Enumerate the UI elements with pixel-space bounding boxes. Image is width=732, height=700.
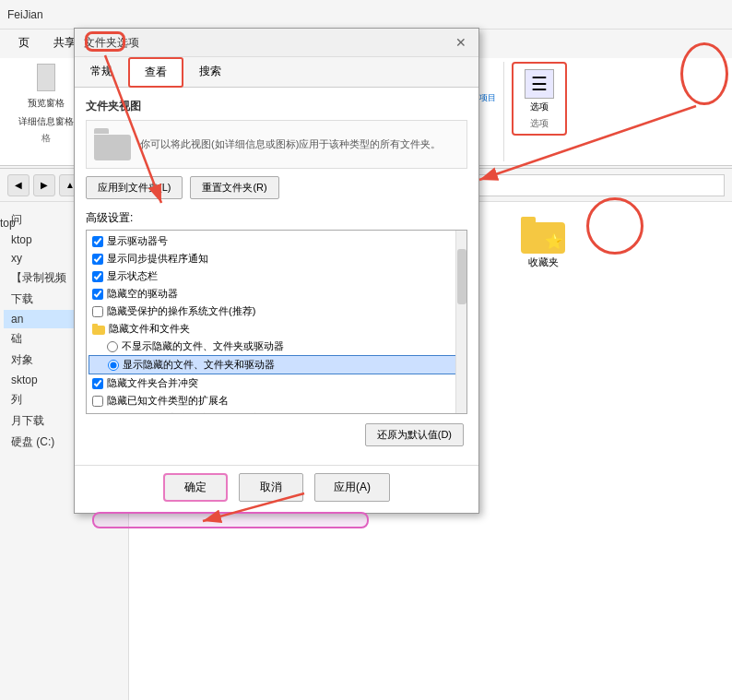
dialog-footer: 确定 取消 应用(A) bbox=[75, 465, 478, 513]
adv-item-6: 隐藏文件和文件夹 bbox=[89, 320, 465, 338]
apply-to-folder-btn[interactable]: 应用到文件夹(L) bbox=[86, 176, 183, 199]
group-label-options: 选项 bbox=[530, 117, 549, 130]
adv-item-7: 不显示隐藏的文件、文件夹或驱动器 bbox=[89, 338, 465, 355]
adv-item-3: 显示状态栏 bbox=[89, 267, 465, 285]
folder-options-dialog: 文件夹选项 ✕ 常规 查看 搜索 文件夹视图 你可以将此视图(如详细信息或图标)… bbox=[74, 28, 479, 514]
adv-item-10: 隐藏已知文件类型的扩展名 bbox=[89, 392, 465, 409]
tab-general[interactable]: 常规 bbox=[75, 57, 128, 87]
scrollbar[interactable] bbox=[455, 231, 466, 413]
cb-sync-notify[interactable] bbox=[92, 254, 103, 265]
dialog-tabs: 常规 查看 搜索 bbox=[75, 57, 478, 88]
options-btn[interactable]: ☰ 选项 bbox=[521, 67, 558, 115]
adv-item-9: 隐藏文件夹合并冲突 bbox=[89, 374, 465, 392]
tab-search[interactable]: 搜索 bbox=[183, 57, 237, 87]
preview-pane-label[interactable]: 预览窗格 bbox=[24, 95, 68, 112]
adv-item-2: 显示同步提供程序通知 bbox=[89, 250, 465, 267]
cb-status-bar[interactable] bbox=[92, 271, 103, 282]
cb-hide-system-files[interactable] bbox=[92, 306, 103, 317]
title-text: FeiJian bbox=[7, 8, 43, 21]
view-description: 你可以将此视图(如详细信息或图标)应用于该种类型的所有文件夹。 bbox=[140, 137, 441, 151]
preview-pane-btn[interactable] bbox=[33, 62, 59, 93]
group-label-preview: 格 bbox=[41, 132, 51, 145]
cb-hide-empty-drives[interactable] bbox=[92, 289, 103, 300]
view-buttons: 应用到文件夹(L) 重置文件夹(R) bbox=[86, 176, 467, 199]
adv-item-1: 显示驱动器号 bbox=[89, 232, 465, 250]
apply-btn[interactable]: 应用(A) bbox=[314, 473, 390, 502]
cb-merge-conflict[interactable] bbox=[92, 378, 103, 389]
dialog-close-btn[interactable]: ✕ bbox=[453, 34, 469, 51]
radio-show-hidden[interactable] bbox=[108, 360, 119, 371]
view-section-box: 你可以将此视图(如详细信息或图标)应用于该种类型的所有文件夹。 bbox=[86, 120, 467, 169]
reset-folder-btn[interactable]: 重置文件夹(R) bbox=[190, 176, 278, 199]
ok-btn[interactable]: 确定 bbox=[163, 473, 228, 502]
folder-icon-small bbox=[92, 324, 105, 335]
dialog-titlebar: 文件夹选项 ✕ bbox=[75, 29, 478, 57]
tab-view[interactable]: 查看 bbox=[128, 57, 183, 88]
dialog-body: 文件夹视图 你可以将此视图(如详细信息或图标)应用于该种类型的所有文件夹。 应用… bbox=[75, 88, 478, 465]
details-pane-label[interactable]: 详细信息窗格 bbox=[15, 113, 77, 130]
title-bar: FeiJian bbox=[0, 0, 732, 30]
folder-thumbnail bbox=[94, 128, 131, 160]
restore-defaults-btn[interactable]: 还原为默认值(D) bbox=[365, 423, 464, 446]
top-label: top bbox=[0, 217, 16, 230]
advanced-list[interactable]: 显示驱动器号 显示同步提供程序通知 显示状态栏 隐藏空的驱动器 隐藏受保护的操作… bbox=[86, 230, 467, 414]
cancel-btn[interactable]: 取消 bbox=[239, 473, 303, 502]
adv-item-4: 隐藏空的驱动器 bbox=[89, 285, 465, 303]
file-item-favorites[interactable]: ⭐ 收藏夹 bbox=[502, 213, 584, 278]
radio-dont-show-hidden[interactable] bbox=[107, 341, 118, 352]
preview-buttons bbox=[33, 62, 59, 93]
cb-hide-extensions[interactable] bbox=[92, 396, 103, 407]
cb-colorize-encrypted[interactable] bbox=[92, 413, 103, 415]
forward-btn[interactable]: ▶ bbox=[33, 174, 55, 196]
group-options: ☰ 选项 选项 bbox=[512, 62, 567, 136]
advanced-label: 高级设置: bbox=[86, 210, 467, 226]
view-section-title: 文件夹视图 bbox=[86, 99, 467, 114]
back-btn[interactable]: ◀ bbox=[7, 174, 30, 196]
tab-page[interactable]: 页 bbox=[7, 31, 41, 58]
adv-item-8: 显示隐藏的文件、文件夹和驱动器 bbox=[89, 355, 465, 374]
scrollbar-thumb bbox=[457, 249, 466, 304]
cb-show-drive-letter[interactable] bbox=[92, 236, 103, 247]
adv-item-5: 隐藏受保护的操作系统文件(推荐) bbox=[89, 303, 465, 320]
file-label-favorites: 收藏夹 bbox=[528, 255, 559, 269]
adv-item-11: 用彩色显示加密或压缩的 NTFS 文件 bbox=[89, 409, 465, 414]
dialog-title: 文件夹选项 bbox=[84, 35, 139, 51]
folder-icon-favorites: ⭐ bbox=[521, 217, 565, 254]
